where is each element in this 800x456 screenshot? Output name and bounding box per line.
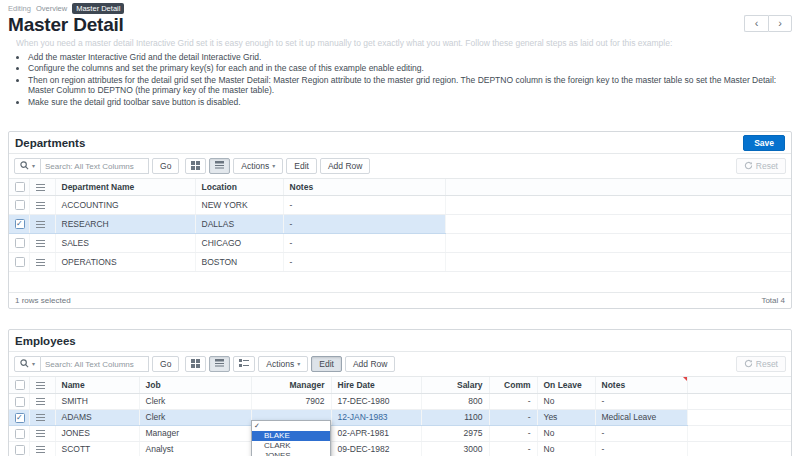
row-actions-cell[interactable] — [29, 253, 55, 272]
cell-notes[interactable]: - — [283, 196, 445, 215]
search-options-button[interactable]: ▾ — [14, 158, 41, 174]
search-input[interactable] — [41, 158, 149, 174]
row-select-cell[interactable] — [9, 253, 29, 272]
single-row-view-button[interactable] — [209, 158, 230, 174]
row-actions-cell[interactable] — [29, 442, 55, 456]
cell-department-name[interactable]: RESEARCH — [55, 215, 195, 234]
row-select-cell[interactable] — [9, 196, 29, 215]
edit-button[interactable]: Edit — [286, 158, 317, 174]
employee-row-selected[interactable]: ADAMS Clerk 12-JAN-1983 1100 - Yes Medic… — [9, 410, 791, 426]
row-select-cell[interactable] — [9, 215, 29, 234]
cell-notes[interactable]: - — [595, 442, 687, 456]
select-option-jones[interactable]: JONES — [252, 451, 330, 456]
cell-job[interactable]: Analyst — [139, 442, 251, 456]
row-actions-cell[interactable] — [29, 196, 55, 215]
column-header-comm[interactable]: Comm — [489, 377, 537, 394]
cell-manager[interactable]: 7902 — [251, 394, 331, 410]
row-actions-cell[interactable] — [29, 426, 55, 442]
cell-name[interactable]: ADAMS — [55, 410, 139, 426]
tab-master-detail[interactable]: Master Detail — [72, 3, 124, 14]
row-select-cell[interactable] — [9, 410, 29, 426]
single-row-view-button[interactable] — [209, 356, 230, 372]
column-header-department-name[interactable]: Department Name — [55, 179, 195, 196]
employee-row[interactable]: SCOTT Analyst 09-DEC-1982 3000 - No - — [9, 442, 791, 456]
cell-job[interactable]: Manager — [139, 426, 251, 442]
cell-comm[interactable]: - — [489, 426, 537, 442]
select-all-checkbox[interactable] — [15, 380, 25, 390]
cell-notes[interactable]: - — [595, 426, 687, 442]
row-actions-cell[interactable] — [29, 215, 55, 234]
column-header-name[interactable]: Name — [55, 377, 139, 394]
row-actions-cell[interactable] — [29, 410, 55, 426]
select-all-checkbox[interactable] — [15, 182, 25, 192]
cell-on-leave[interactable]: No — [537, 426, 595, 442]
column-header-notes[interactable]: Notes — [595, 377, 687, 394]
actions-button[interactable]: Actions▾ — [258, 356, 308, 372]
column-header-job[interactable]: Job — [139, 377, 251, 394]
row-select-cell[interactable] — [9, 426, 29, 442]
column-header-notes[interactable]: Notes — [283, 179, 445, 196]
cell-salary[interactable]: 800 — [421, 394, 489, 410]
cell-job[interactable]: Clerk — [139, 394, 251, 410]
previous-page-button[interactable]: ‹ — [744, 15, 768, 32]
row-actions-cell[interactable] — [29, 234, 55, 253]
department-row[interactable]: OPERATIONS BOSTON - — [9, 253, 791, 272]
cell-salary[interactable]: 1100 — [421, 410, 489, 426]
row-select-cell[interactable] — [9, 234, 29, 253]
cell-comm[interactable]: - — [489, 394, 537, 410]
cell-name[interactable]: JONES — [55, 426, 139, 442]
cell-comm[interactable]: - — [489, 442, 537, 456]
cell-hire-date[interactable]: 09-DEC-1982 — [331, 442, 421, 456]
cell-salary[interactable]: 3000 — [421, 442, 489, 456]
edit-button[interactable]: Edit — [311, 356, 342, 372]
save-button[interactable]: Save — [743, 135, 785, 151]
row-checkbox[interactable] — [15, 429, 25, 439]
column-header-location[interactable]: Location — [195, 179, 283, 196]
row-checkbox[interactable] — [15, 445, 25, 455]
reset-button[interactable]: Reset — [736, 158, 786, 174]
cell-notes[interactable]: - — [283, 253, 445, 272]
cell-on-leave[interactable]: No — [537, 442, 595, 456]
row-checkbox[interactable] — [15, 397, 25, 407]
select-option-empty[interactable]: ✓ — [252, 421, 330, 431]
next-page-button[interactable]: › — [768, 15, 792, 32]
select-option-blake[interactable]: BLAKE — [252, 431, 330, 441]
cell-location[interactable]: CHICAGO — [195, 234, 283, 253]
employee-row[interactable]: JONES Manager 02-APR-1981 2975 - No - — [9, 426, 791, 442]
column-header-hire-date[interactable]: Hire Date — [331, 377, 421, 394]
search-options-button[interactable]: ▾ — [14, 356, 41, 372]
row-checkbox-checked[interactable] — [15, 219, 25, 229]
select-all-header[interactable] — [9, 179, 29, 196]
reset-button[interactable]: Reset — [736, 356, 786, 372]
department-row[interactable]: ACCOUNTING NEW YORK - — [9, 196, 791, 215]
search-input[interactable] — [41, 356, 149, 372]
column-header-salary[interactable]: Salary — [421, 377, 489, 394]
cell-notes[interactable]: - — [283, 215, 445, 234]
go-button[interactable]: Go — [152, 158, 179, 174]
cell-salary[interactable]: 2975 — [421, 426, 489, 442]
cell-name[interactable]: SMITH — [55, 394, 139, 410]
department-row-selected[interactable]: RESEARCH DALLAS - — [9, 215, 791, 234]
column-header-on-leave[interactable]: On Leave — [537, 377, 595, 394]
cell-on-leave[interactable]: Yes — [537, 410, 595, 426]
cell-department-name[interactable]: OPERATIONS — [55, 253, 195, 272]
select-option-clark[interactable]: CLARK — [252, 441, 330, 451]
cell-notes[interactable]: Medical Leave — [595, 410, 687, 426]
row-select-cell[interactable] — [9, 394, 29, 410]
cell-comm[interactable]: - — [489, 410, 537, 426]
detail-view-button[interactable] — [233, 356, 255, 372]
cell-department-name[interactable]: ACCOUNTING — [55, 196, 195, 215]
cell-hire-date[interactable]: 02-APR-1981 — [331, 426, 421, 442]
cell-location[interactable]: BOSTON — [195, 253, 283, 272]
row-checkbox[interactable] — [15, 257, 25, 267]
go-button[interactable]: Go — [152, 356, 179, 372]
row-checkbox[interactable] — [15, 200, 25, 210]
row-actions-cell[interactable] — [29, 394, 55, 410]
grid-view-button[interactable] — [185, 356, 206, 372]
employee-row[interactable]: SMITH Clerk 7902 17-DEC-1980 800 - No - — [9, 394, 791, 410]
cell-location[interactable]: DALLAS — [195, 215, 283, 234]
cell-name[interactable]: SCOTT — [55, 442, 139, 456]
select-all-header[interactable] — [9, 377, 29, 394]
cell-job[interactable]: Clerk — [139, 410, 251, 426]
cell-on-leave[interactable]: No — [537, 394, 595, 410]
